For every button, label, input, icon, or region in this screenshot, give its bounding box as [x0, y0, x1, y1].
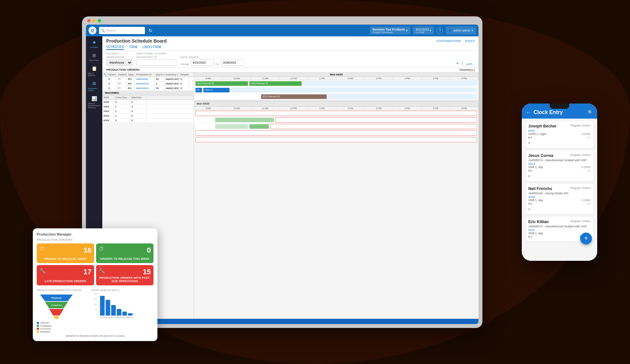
th-type: Type: [127, 72, 135, 77]
minimize-button[interactable]: [92, 19, 96, 22]
nav-help[interactable]: ?: [437, 27, 443, 34]
gantt-row-2: 0010 Planned 50: [194, 93, 478, 100]
date-range-group: From: To:: [180, 59, 244, 66]
cei-header-neil: Neil Frerichs Regular Orders: [528, 186, 591, 191]
cei-qty-joseph: 0: [528, 142, 530, 145]
machine-gantt-row-4: [194, 136, 478, 143]
td-check-2[interactable]: ☐: [117, 86, 127, 90]
td-prod-link-2[interactable]: AM000032: [135, 86, 154, 90]
y-250: 250: [91, 293, 97, 295]
time-2pm: 2 PM: [336, 77, 365, 80]
close-button[interactable]: [87, 19, 91, 22]
tab-firm[interactable]: FIRM: [129, 45, 137, 49]
bar-wc70: [111, 305, 116, 316]
bottom-notification: only two concurrent users are allowed.: [102, 319, 478, 324]
mtime-3pm: 3 PM: [365, 107, 393, 110]
back-icon[interactable]: ←: [526, 109, 531, 115]
from-date-input[interactable]: [191, 59, 214, 66]
clock-entry-joseph[interactable]: Joseph Becher Regular Orders 0010 vShift…: [526, 121, 593, 148]
th-selected: Selected: [117, 72, 127, 77]
clock-entry-neil[interactable]: Neil Frerichs Regular Orders AM000169 - …: [526, 184, 593, 214]
td-prod-link-1[interactable]: AM000029: [135, 82, 154, 86]
prod-orders-header: PRODUCTION ORDERS Inventory |: [102, 67, 478, 72]
sidebar-item-favorites[interactable]: ★ Favorites: [88, 39, 100, 48]
gantt-bar-planned50[interactable]: 0010 Planned 50: [261, 94, 327, 99]
tools-link[interactable]: TOOLS: [465, 39, 475, 43]
td-type-1: RO: [127, 82, 135, 86]
legend-label-planned: Planned: [40, 322, 49, 324]
td-prod-link-0[interactable]: AM000087: [135, 77, 154, 81]
cei-shift-label-joseph: vShift 2, night: [528, 132, 546, 136]
to-date-input[interactable]: [221, 59, 244, 66]
page-header: Production Schedule Board CUSTOMIZATION …: [102, 36, 478, 51]
machine-gantt-header: Mon 04/25: [194, 100, 478, 107]
machines-header: MACHINES: [102, 91, 194, 95]
label-wc100: WC100: [122, 316, 127, 318]
nav-logo[interactable]: Q: [89, 27, 96, 34]
cei-type-neil: Regular Orders: [570, 186, 591, 190]
machine-gantt-times: 9 AM 10 AM 11 AM 12 PM 1 PM 2 PM 3 PM 4 …: [194, 107, 478, 110]
gantt-bar-00[interactable]: 00: [195, 88, 202, 92]
mtime-10am: 10 AM: [223, 107, 251, 110]
sidebar-item-mrp[interactable]: 📊 Material Requirements Planning: [88, 95, 100, 108]
user-name: admin admin: [453, 29, 470, 32]
pm-tile-release-today[interactable]: ⏱ 16 ORDERS TO RELEASE TODAY: [37, 243, 94, 263]
phone-search-icon[interactable]: 🔍: [588, 110, 593, 115]
sidebar-label-bom: Bills of Material: [88, 72, 100, 76]
gantt-bar-planned30-0020[interactable]: 0020 Planned 30: [249, 81, 302, 86]
sidebar-item-dataviews[interactable]: ⊞ Data Views: [88, 52, 100, 61]
time-11am: 11 AM: [251, 77, 279, 80]
maximize-button[interactable]: [98, 19, 101, 22]
cei-unit-neil: EA –/–: [528, 202, 591, 206]
cei-qty-jesus: 0: [528, 175, 530, 178]
sidebar-item-production[interactable]: ⚙ Production Orders: [88, 80, 100, 91]
sidebar-item-bom[interactable]: 📋 Bills of Material: [88, 65, 100, 76]
pm-tile-late-orders[interactable]: 🔧 17 LATE PRODUCTION ORDERS: [37, 265, 94, 285]
nav-user[interactable]: 👤 admin admin ▾: [446, 27, 476, 34]
top-nav: Q 🔍 Search... ↻ Revision Two Products Pr…: [86, 25, 478, 36]
refresh-icon[interactable]: ↻: [148, 28, 153, 33]
late-label: LATI...: [466, 63, 475, 66]
customization-link[interactable]: CUSTOMIZATION: [437, 39, 461, 43]
pm-tile-pastdue-ops[interactable]: 🔧 15 PRODUCTION ORDERS WITH PAST-DUE OPE…: [96, 265, 153, 285]
fab-add-button[interactable]: +: [580, 233, 592, 244]
bom-icon: 📋: [91, 65, 97, 72]
more-icon[interactable]: ⋮: [460, 61, 465, 66]
cei-shift-label-jesus: Shift 1, day: [528, 165, 543, 169]
time-6pm: 6 PM: [450, 77, 478, 80]
pm-status-title: PRODUCTION ORDERS BY STATUS: [37, 289, 89, 292]
th-icon: 🔧: [102, 72, 107, 77]
nav-date[interactable]: 4/21/2023 8:19 AM ▾: [413, 27, 434, 34]
clock-entry-jesus[interactable]: Jesus Correa Regular Orders AM000074 - M…: [526, 151, 593, 181]
time-5pm: 5 PM: [422, 77, 450, 80]
cei-name-jesus: Jesus Correa: [528, 153, 553, 158]
cei-type-jesus: Regular Orders: [570, 153, 591, 157]
tab-schedule[interactable]: SCHEDULE: [106, 44, 124, 50]
cei-unit-val-jesus: –/–: [586, 169, 591, 173]
nav-company[interactable]: Revision Two Products Products Wholesale…: [370, 27, 411, 34]
warehouse-select[interactable]: Warehouse: [106, 59, 132, 66]
cei-name-eric: Eric Killian: [528, 220, 549, 224]
inventory-id-input[interactable]: [136, 59, 176, 66]
sidebar-label-production: Production Orders: [88, 87, 100, 91]
shift-3: 0001: [102, 114, 114, 118]
td-check-0[interactable]: ☐: [117, 77, 127, 81]
y-axis: 250 200 100 50 0: [91, 293, 97, 316]
machine-gantt-row-0: [194, 110, 478, 117]
inventory-label: Inventory |: [459, 68, 475, 71]
gantt-bar-0020pl[interactable]: 0020 Pl...: [203, 88, 230, 92]
mtime-12pm: 12 PM: [279, 107, 308, 110]
td-check-1[interactable]: ☐: [117, 82, 127, 86]
nav-search[interactable]: 🔍 Search...: [99, 27, 145, 34]
cei-detail-eric: AM000074 - Manufactured Scalpel with OSP: [528, 225, 591, 228]
td-inv-0: AMKEURIG: [164, 77, 179, 81]
gantt-bar-planned30-0010[interactable]: 0010 Planned 30: [195, 81, 248, 86]
shift-4: 0001: [102, 118, 114, 123]
add-icon[interactable]: +: [456, 61, 459, 66]
pm-tile-release-week[interactable]: ⏱ 0 ORDERS TO RELEASE THIS WEEK: [96, 243, 153, 263]
td-sched-1: S: [107, 82, 117, 86]
tab-undo-firm[interactable]: UNDO FIRM: [143, 45, 161, 49]
mtime-6pm: 6 PM: [450, 107, 478, 110]
mtime-9am: 9 AM: [194, 107, 223, 110]
additional-filters-label: ADDITIONAL FILTERS: [136, 52, 176, 55]
